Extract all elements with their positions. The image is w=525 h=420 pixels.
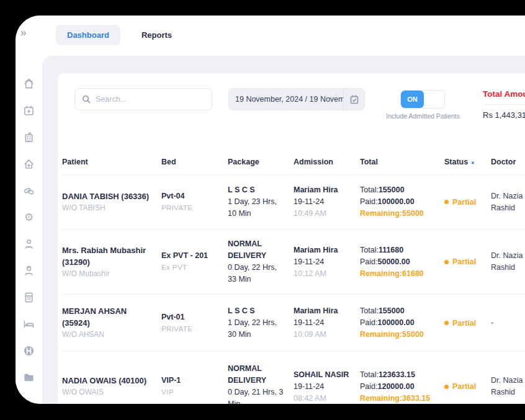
total-amount-label: Total Amount [483,89,525,105]
status-badge: Partial [444,198,491,207]
dashboard-card: 19 November, 2024 / 19 November ON Inclu… [58,73,525,404]
sidebar-item-home[interactable] [23,78,35,90]
paid-label: Paid: [360,197,378,206]
package-name: L S C S [228,184,287,196]
sidebar: » ⚙ [16,16,42,404]
col-header-admission: Admission [294,158,360,166]
status-dot-icon [444,260,449,264]
admission-cell: Mariam Hira 19-11-24 10:49 AM [294,184,360,220]
search-icon [82,95,91,104]
table-header: Patient Bed Package Admission Total Stat… [62,158,525,175]
remaining-label: Remaining: [360,269,402,278]
admission-date: 19-11-24 [294,381,354,393]
doctor-cell: Dr. Nazia Rashid [491,190,525,214]
tab-reports[interactable]: Reports [130,25,183,45]
sidebar-item-files[interactable] [23,371,35,383]
sidebar-item-beds[interactable] [23,318,35,330]
app-window: » ⚙ [16,16,525,404]
remaining-label: Remaining: [360,330,402,339]
calendar-check-icon [350,95,359,104]
remaining-label: Remaining: [360,394,402,403]
package-cell: NORMAL DELIVERY 0 Day, 21 Hrs, 3 Min [228,363,294,404]
status-label: Partial [452,319,476,328]
table-row[interactable]: DANIA TABISH (36336) W/O TABISH Pvt-04 P… [62,175,525,230]
package-name: NORMAL DELIVERY [228,363,287,386]
status-header-label: Status [444,158,468,166]
col-header-doctor: Doctor [491,158,525,166]
admission-date: 19-11-24 [294,196,354,208]
admission-date: 19-11-24 [294,317,354,329]
sidebar-item-settings[interactable]: ⚙ [23,211,35,223]
sidebar-item-emergency[interactable] [23,344,35,357]
paid-label: Paid: [360,318,378,327]
admission-time: 10:49 AM [294,208,354,220]
col-header-status[interactable]: Status ▲ [444,158,491,166]
admitted-by: Mariam Hira [294,244,354,256]
bed-type: PRIVATE [161,202,222,214]
patient-icon [23,238,35,250]
remaining-value: 55000 [402,209,424,218]
package-duration: 1 Day, 23 Hrs, 10 Min [228,196,287,220]
date-range-picker[interactable]: 19 November, 2024 / 19 November [228,88,365,110]
status-badge: Partial [444,257,491,266]
table-row[interactable]: MERJAN AHSAN (35924) W/O AHSAN Pvt-01 PR… [62,295,525,352]
status-label: Partial [452,198,476,207]
sidebar-item-patients[interactable] [23,238,35,250]
remaining-value: 3633.15 [402,394,430,403]
total-cell: Total:111680 Paid:50000.00 Remaining:616… [360,244,444,280]
sidebar-item-admissions[interactable] [23,158,35,170]
bed-name: VIP-1 [161,375,222,386]
toggle-on-state: ON [401,91,424,108]
hospital-building-icon [23,132,35,143]
table-row[interactable]: Mrs. Rabiah Mubashir (31290) W/O Mubashi… [62,230,525,295]
total-label: Total: [360,370,379,379]
status-dot-icon [444,385,449,389]
total-label: Total: [360,246,379,254]
paid-value: 120000.00 [378,382,415,391]
calculator-icon [23,292,35,303]
sidebar-item-doctors[interactable] [23,264,35,277]
patient-cell: Mrs. Rabiah Mubashir (31290) W/O Mubashi… [62,244,161,280]
settings-gear-icon: ⚙ [24,212,34,223]
home-plus-icon [23,158,35,170]
admission-date: 19-11-24 [294,256,354,268]
patient-guardian: W/O OWAIS [62,386,155,398]
total-value: 123633.15 [379,370,415,379]
collapse-sidebar-icon[interactable]: » [20,27,37,43]
paid-label: Paid: [360,257,378,266]
remaining-value: 55000 [402,330,424,339]
package-duration: 1 Day, 22 Hrs, 30 Min [228,317,287,341]
table-row[interactable]: NADIA OWAIS (40100) W/O OWAIS VIP-1 VIP … [62,352,525,404]
admitted-patients-toggle[interactable]: ON [400,90,445,109]
col-header-bed: Bed [161,158,228,166]
sidebar-item-pharmacy[interactable] [23,184,35,197]
package-cell: L S C S 1 Day, 22 Hrs, 30 Min [228,305,294,341]
content-area: 19 November, 2024 / 19 November ON Inclu… [42,56,525,404]
paid-value: 50000.00 [378,257,410,266]
bed-name: Pvt-01 [161,311,222,323]
calendar-plus-icon [23,105,35,117]
bed-name: Pvt-04 [161,190,222,202]
tab-dashboard[interactable]: Dashboard [56,25,120,45]
remaining-value: 61680 [402,269,424,278]
package-cell: NORMAL DELIVERY 0 Day, 22 Hrs, 33 Min [228,238,294,285]
total-value: 155000 [379,185,405,194]
doctor-icon [23,265,35,277]
sidebar-item-appointments[interactable] [23,104,35,117]
paid-label: Paid: [360,382,378,391]
patients-table: Patient Bed Package Admission Total Stat… [62,158,525,404]
status-label: Partial [452,382,476,391]
search-input[interactable] [96,95,205,104]
sidebar-item-hospital[interactable] [23,131,35,143]
admission-time: 08:42 AM [294,393,354,404]
hospital-h-icon [23,345,35,357]
patient-name: MERJAN AHSAN (35924) [62,305,155,329]
calendar-button[interactable] [343,89,364,110]
doctor-cell: Dr. Nazia Rashid [491,250,525,274]
folder-icon [23,372,35,383]
sidebar-item-accounts[interactable] [23,291,35,303]
patient-cell: MERJAN AHSAN (35924) W/O AHSAN [62,305,161,341]
admission-cell: Mariam Hira 19-11-24 10:12 AM [294,244,360,280]
package-name: L S C S [228,305,287,317]
top-tabs: Dashboard Reports [56,25,183,45]
